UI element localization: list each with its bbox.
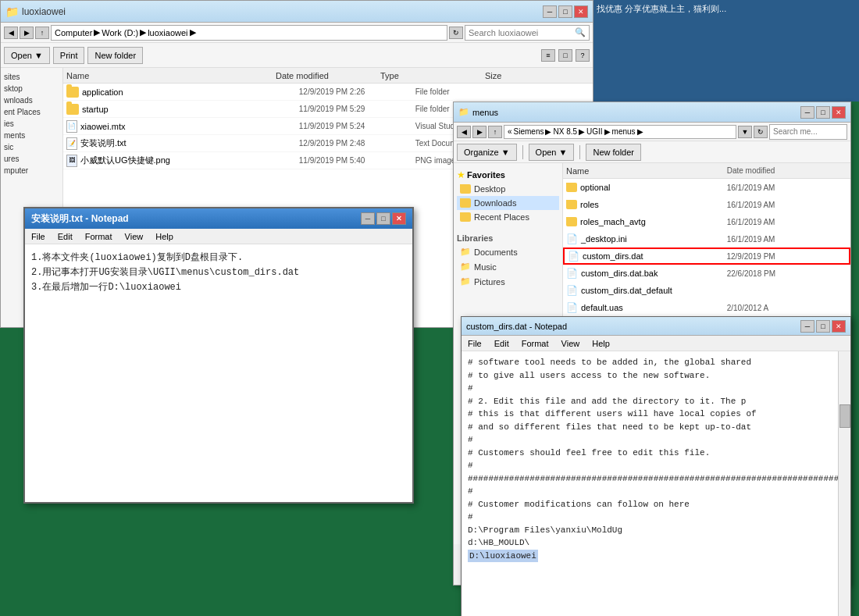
notepad2-menu-help[interactable]: Help (589, 339, 613, 348)
sidebar-item-documents[interactable]: ments (4, 130, 59, 141)
sidebar2-pictures[interactable]: 📁 Pictures (457, 274, 559, 289)
back-button[interactable]: ◀ (4, 27, 18, 39)
help-button[interactable]: ? (576, 49, 590, 62)
explorer2-up-button[interactable]: ↑ (488, 126, 502, 138)
sidebar-item-recent[interactable]: ent Places (4, 106, 59, 118)
file-icon-default-uas: 📄 (566, 302, 578, 313)
menu-format[interactable]: Format (82, 232, 116, 241)
menu-file[interactable]: File (28, 232, 48, 241)
scrollbar-thumb[interactable] (839, 404, 850, 428)
minimize-button[interactable]: ─ (543, 5, 557, 18)
notepad2-close-button[interactable]: ✕ (832, 320, 846, 333)
notepad-minimize-button[interactable]: ─ (361, 212, 375, 225)
notepad-close-button[interactable]: ✕ (392, 212, 406, 225)
table-row[interactable]: roles_mach_avtg 16/1/2019 AM (563, 213, 850, 230)
explorer-title-bar: 📁 luoxiaowei ─ □ ✕ (1, 1, 593, 23)
view-button[interactable]: ≡ (541, 49, 555, 62)
notepad2-scrollbar[interactable] (838, 351, 850, 616)
header-name: Name (66, 71, 276, 80)
file2-name: custom_dirs.dat.bak (581, 269, 658, 278)
open-button[interactable]: Open ▼ (4, 47, 50, 64)
table-row[interactable]: 📄custom_dirs.dat.bak 22/6/2018 PM (563, 265, 850, 282)
notepad2-maximize-button[interactable]: □ (816, 320, 830, 333)
search-box[interactable]: 🔍 (465, 25, 590, 41)
sidebar2-desktop[interactable]: Desktop (457, 182, 559, 196)
install-line-3: 3.在最后增加一行D:\luoxiaowei (31, 280, 406, 295)
header2-name: Name (566, 166, 727, 176)
table-row[interactable]: optional 16/1/2019 AM (563, 179, 850, 196)
np2-line: # this is that different users will have… (468, 408, 832, 421)
file-date: 12/9/2019 PM 2:26 (299, 87, 415, 96)
sidebar2-music[interactable]: 📁 Music (457, 259, 559, 274)
close-button[interactable]: ✕ (574, 5, 588, 18)
maximize-button[interactable]: □ (558, 5, 572, 18)
explorer2-maximize-button[interactable]: □ (816, 106, 830, 119)
notepad2-menu-format[interactable]: Format (519, 339, 552, 348)
folder-icon-optional (566, 183, 577, 192)
print-button[interactable]: Print (53, 47, 85, 64)
sidebar-item-desktop[interactable]: sktop (4, 83, 59, 94)
sidebar-item-libraries[interactable]: ies (4, 118, 59, 130)
table-row[interactable]: 📄custom_dirs.dat_default (563, 282, 850, 299)
np2-highlighted-line: D:\luoxiaowei (468, 550, 538, 563)
folder-icon-desktop (460, 184, 471, 194)
menu-edit[interactable]: Edit (55, 232, 76, 241)
notepad2-minimize-button[interactable]: ─ (800, 320, 814, 333)
forward-button[interactable]: ▶ (20, 27, 34, 39)
np2-line: # Customer modifications can follow on h… (468, 498, 832, 511)
notepad2-menu-edit[interactable]: Edit (491, 339, 512, 348)
sidebar-item-computer[interactable]: mputer (4, 165, 59, 176)
sidebar-item-sites[interactable]: sites (4, 71, 59, 83)
menu-help[interactable]: Help (152, 232, 176, 241)
explorer2-addr-dropdown[interactable]: ▼ (738, 126, 752, 138)
explorer2-open-button[interactable]: Open ▼ (529, 144, 575, 161)
up-button[interactable]: ↑ (35, 27, 49, 39)
addr-refresh-button[interactable]: ↻ (449, 27, 463, 39)
sidebar-item-music[interactable]: sic (4, 141, 59, 153)
preview-button[interactable]: □ (558, 49, 572, 62)
np2-line: # to give all users access to the new so… (468, 369, 832, 383)
notepad-install-content[interactable]: 1.将本文件夹(luoxiaowei)复制到D盘根目录下. 2.用记事本打开UG… (25, 244, 412, 485)
notepad2-controls: ─ □ ✕ (800, 320, 846, 333)
explorer2-back-button[interactable]: ◀ (457, 126, 471, 138)
file2-date: 2/10/2012 A (727, 304, 847, 312)
explorer2-minimize-button[interactable]: ─ (800, 106, 814, 119)
sidebar2-downloads[interactable]: Downloads (457, 196, 559, 210)
np2-line: # Customers should feel free to edit thi… (468, 447, 832, 460)
notepad2-menu-view[interactable]: View (558, 339, 583, 348)
notepad2-content[interactable]: # software tool needs to be added in, th… (462, 351, 838, 563)
file2-name: default.uas (581, 303, 623, 312)
menu-view[interactable]: View (122, 232, 147, 241)
explorer2-refresh-button[interactable]: ↻ (754, 126, 768, 138)
search-input[interactable] (469, 28, 575, 37)
file2-name: _desktop.ini (581, 234, 627, 244)
explorer2-organize-button[interactable]: Organize ▼ (457, 144, 517, 161)
address-path[interactable]: Computer ▶ Work (D:) ▶ luoxiaowei ▶ (51, 25, 447, 41)
sidebar2-documents[interactable]: 📁 Documents (457, 244, 559, 259)
explorer2-address-path[interactable]: « Siemens ▶ NX 8.5 ▶ UGII ▶ menus ▶ (504, 125, 736, 139)
sidebar-item-pictures[interactable]: ures (4, 153, 59, 165)
music-icon: 📁 (460, 262, 471, 272)
new-folder-button[interactable]: New folder (87, 47, 143, 64)
table-row[interactable]: application 12/9/2019 PM 2:26 File folde… (63, 84, 593, 101)
folder-icon-recent (460, 212, 471, 222)
explorer2-close-button[interactable]: ✕ (832, 106, 846, 119)
top-right-panel: 找优惠 分享优惠就上主，猫利则... (593, 0, 859, 101)
table-row[interactable]: 📄_desktop.ini 16/1/2019 AM (563, 230, 850, 247)
explorer2-forward-button[interactable]: ▶ (472, 126, 487, 138)
file-name: 小威默认UG快捷键.png (80, 155, 170, 166)
table-row-custom-dirs[interactable]: 📄custom_dirs.dat 12/9/2019 PM (563, 247, 850, 265)
table-row[interactable]: 📄default.uas 2/10/2012 A (563, 299, 850, 316)
explorer2-search-box[interactable] (769, 124, 847, 140)
table-row[interactable]: roles 16/1/2019 AM (563, 196, 850, 213)
explorer2-new-folder-button[interactable]: New folder (586, 144, 641, 161)
sidebar-item-downloads[interactable]: wnloads (4, 94, 59, 106)
sidebar2-recent[interactable]: Recent Places (457, 210, 559, 224)
explorer2-search-input[interactable] (773, 127, 843, 136)
file2-date: 16/1/2019 AM (727, 183, 847, 192)
np2-line: d:\HB_MOULD\ (468, 536, 832, 550)
top-right-text: 找优惠 分享优惠就上主，猫利则... (593, 0, 859, 18)
notepad-maximize-button[interactable]: □ (376, 212, 390, 225)
notepad2-menu-file[interactable]: File (465, 339, 485, 348)
libraries-label: Libraries (457, 229, 559, 244)
